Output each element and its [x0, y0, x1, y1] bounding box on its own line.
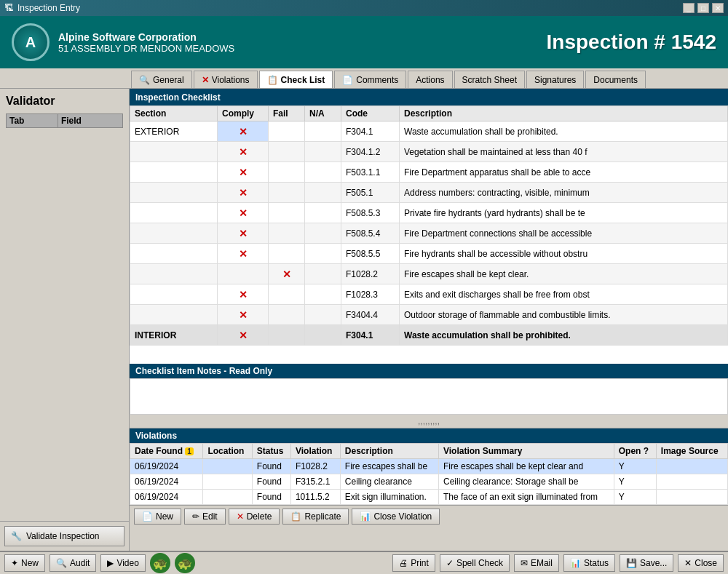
na-cell[interactable] — [305, 121, 341, 142]
table-row[interactable]: ✕F304.1.2Vegetation shall be maintained … — [130, 142, 728, 162]
fail-cell[interactable] — [269, 284, 305, 305]
app-company: Alpine Software Corporation 51 ASSEMBLY … — [58, 31, 234, 54]
fail-cell[interactable] — [269, 142, 305, 162]
comply-cell[interactable]: ✕ — [218, 203, 269, 223]
fail-cell[interactable] — [269, 325, 305, 346]
sidebar: Validator Tab Field — [0, 89, 130, 527]
comply-cell[interactable]: ✕ — [218, 305, 269, 325]
code-cell: F1028.3 — [341, 284, 400, 305]
notes-divider[interactable]: ,,,,,,,,, — [130, 415, 728, 428]
na-cell[interactable] — [305, 183, 341, 203]
email-button[interactable]: ✉ EMail — [514, 554, 559, 572]
table-row[interactable]: ✕F508.5.4Fire Department connections sha… — [130, 223, 728, 244]
tab-violations[interactable]: ✕ Violations — [194, 71, 258, 88]
table-row[interactable]: 06/19/2024FoundF1028.2Fire escapes shall… — [130, 459, 728, 474]
table-row[interactable]: INTERIOR✕F304.1Waste accumulation shall … — [130, 325, 728, 346]
table-row[interactable]: EXTERIOR✕F304.1Waste accumulation shall … — [130, 121, 728, 142]
na-cell[interactable] — [305, 142, 341, 162]
tab-checklist[interactable]: 📋 Check List — [259, 71, 333, 88]
replicate-violation-button[interactable]: 📋 Replicate — [282, 509, 349, 525]
close-icon: ✕ — [684, 558, 692, 568]
fail-cell[interactable] — [269, 183, 305, 203]
new-button[interactable]: ✦ New — [4, 554, 45, 572]
close-button[interactable]: ✕ — [712, 3, 724, 13]
na-cell[interactable] — [305, 162, 341, 183]
fail-cell[interactable] — [269, 162, 305, 183]
fail-cell[interactable] — [269, 305, 305, 325]
table-row[interactable]: ✕F1028.2Fire escapes shall be kept clear… — [130, 264, 728, 284]
close-button[interactable]: ✕ Close — [678, 554, 724, 572]
vsource-cell — [656, 474, 727, 490]
minimize-button[interactable]: _ — [683, 3, 695, 13]
save-button[interactable]: 💾 Save... — [620, 554, 673, 572]
table-row[interactable]: ✕F3404.4Outdoor storage of flammable and… — [130, 305, 728, 325]
turtle-icon-left[interactable]: 🐢 — [150, 553, 170, 573]
app-icon: 🏗 — [4, 3, 13, 13]
tab-general[interactable]: 🔍 General — [131, 71, 192, 88]
comply-cell[interactable]: ✕ — [218, 162, 269, 183]
edit-violation-button[interactable]: ✏ Edit — [184, 509, 226, 525]
delete-violation-button[interactable]: ✕ Delete — [229, 509, 280, 525]
comply-cell[interactable]: ✕ — [218, 183, 269, 203]
violations-icon: ✕ — [202, 75, 209, 85]
fail-cell[interactable] — [269, 223, 305, 244]
fail-cell[interactable] — [269, 121, 305, 142]
fail-cell[interactable] — [269, 244, 305, 264]
status-button[interactable]: 📊 Status — [563, 554, 615, 572]
spell-check-button[interactable]: ✓ Spell Check — [440, 554, 510, 572]
title-bar: 🏗 Inspection Entry _ □ ✕ — [0, 0, 728, 16]
col-comply: Comply — [218, 106, 269, 121]
comments-icon: 📄 — [342, 75, 353, 85]
tab-scratch[interactable]: Scratch Sheet — [454, 71, 525, 88]
comply-cell[interactable]: ✕ — [218, 325, 269, 346]
violations-toolbar: 📄 New ✏ Edit ✕ Delete 📋 Replicate 📊 — [130, 505, 728, 527]
video-icon: ▶ — [107, 558, 114, 568]
col-description: Description — [400, 106, 728, 121]
table-row[interactable]: ✕F503.1.1Fire Department apparatus shall… — [130, 162, 728, 183]
print-button[interactable]: 🖨 Print — [392, 554, 435, 572]
comply-cell[interactable]: ✕ — [218, 223, 269, 244]
checklist-table-container[interactable]: Section Comply Fail N/A Code Description… — [130, 105, 728, 364]
maximize-button[interactable]: □ — [697, 3, 709, 13]
fail-cell[interactable]: ✕ — [269, 264, 305, 284]
vlocation-cell — [203, 490, 252, 505]
fail-cell[interactable] — [269, 203, 305, 223]
na-cell[interactable] — [305, 223, 341, 244]
turtle-icon-right[interactable]: 🐢 — [175, 553, 195, 573]
table-row[interactable]: 06/19/2024Found1011.5.2Exit sign illumin… — [130, 490, 728, 505]
comply-cell[interactable]: ✕ — [218, 142, 269, 162]
close-violation-icon: 📊 — [360, 511, 371, 522]
na-cell[interactable] — [305, 325, 341, 346]
comply-cell[interactable]: ✕ — [218, 244, 269, 264]
na-cell[interactable] — [305, 264, 341, 284]
tab-checklist-label: Check List — [281, 75, 325, 85]
description-cell: Vegetation shall be maintained at less t… — [400, 142, 728, 162]
comply-cell[interactable]: ✕ — [218, 121, 269, 142]
print-icon: 🖨 — [399, 558, 408, 568]
tab-signatures[interactable]: Signatures — [526, 71, 584, 88]
comply-cell[interactable]: ✕ — [218, 284, 269, 305]
na-cell[interactable] — [305, 284, 341, 305]
tab-documents[interactable]: Documents — [585, 71, 646, 88]
description-cell: Private fire hydrants (yard hydrants) sh… — [400, 203, 728, 223]
na-cell[interactable] — [305, 203, 341, 223]
na-cell[interactable] — [305, 305, 341, 325]
close-violation-button[interactable]: 📊 Close Violation — [352, 509, 440, 525]
table-row[interactable]: ✕F508.5.3Private fire hydrants (yard hyd… — [130, 203, 728, 223]
company-name: Alpine Software Corporation — [58, 31, 234, 43]
table-row[interactable]: 06/19/2024FoundF315.2.1Ceiling clearance… — [130, 474, 728, 490]
comply-check: ✕ — [239, 146, 248, 158]
audit-button[interactable]: 🔍 Audit — [50, 554, 96, 572]
tab-actions[interactable]: Actions — [408, 71, 452, 88]
new-status-icon: ✦ — [11, 558, 18, 568]
new-violation-button[interactable]: 📄 New — [134, 509, 181, 525]
comply-cell[interactable] — [218, 264, 269, 284]
table-row[interactable]: ✕F1028.3Exits and exit discharges shall … — [130, 284, 728, 305]
table-row[interactable]: ✕F508.5.5Fire hydrants shall be accessib… — [130, 244, 728, 264]
na-cell[interactable] — [305, 244, 341, 264]
tab-comments[interactable]: 📄 Comments — [334, 71, 406, 88]
video-button[interactable]: ▶ Video — [100, 554, 145, 572]
code-cell: F503.1.1 — [341, 162, 400, 183]
table-row[interactable]: ✕F505.1Address numbers: contracting, vis… — [130, 183, 728, 203]
validate-inspection-button[interactable]: 🔧 Validate Inspection — [4, 526, 124, 546]
